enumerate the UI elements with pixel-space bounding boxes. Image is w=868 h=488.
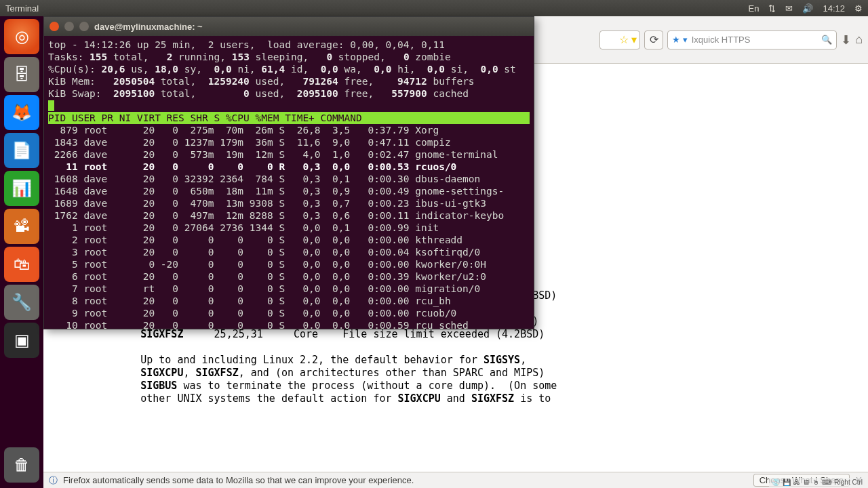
vm-statusbar: 💿💾🖧🖥🖱⌨Right Ctrl: [769, 478, 865, 487]
url-bar[interactable]: ☆ ▾: [599, 30, 640, 49]
window-title: Terminal: [5, 3, 749, 14]
launcher-trash[interactable]: 🗑: [4, 447, 39, 483]
gear-icon[interactable]: ⚙: [854, 3, 863, 14]
terminal-body[interactable]: top - 14:12:26 up 25 min, 2 users, load …: [44, 36, 534, 329]
terminal-title: dave@mylinuxmachine: ~: [94, 22, 203, 32]
launcher-firefox[interactable]: 🦊: [4, 95, 39, 130]
messages-icon[interactable]: ✉: [785, 3, 793, 14]
global-menubar: Terminal En ⇅ ✉ 🔊 14:12 ⚙: [0, 0, 868, 16]
notification-bar: ⓘ Firefox automatically sends some data …: [43, 472, 868, 488]
notification-text: Firefox automatically sends some data to…: [63, 475, 414, 485]
launcher-terminal[interactable]: ▣: [4, 323, 39, 358]
keyboard-indicator[interactable]: En: [749, 3, 760, 14]
clock[interactable]: 14:12: [823, 3, 845, 14]
reload-button[interactable]: ⟳: [644, 30, 663, 49]
launcher-writer[interactable]: 📄: [4, 133, 39, 168]
downloads-icon[interactable]: ⬇: [841, 33, 851, 47]
launcher-software[interactable]: 🛍: [4, 247, 39, 282]
launcher-impress[interactable]: 📽: [4, 209, 39, 244]
terminal-titlebar[interactable]: dave@mylinuxmachine: ~: [44, 17, 534, 36]
maximize-icon[interactable]: [79, 22, 89, 31]
info-icon: ⓘ: [49, 474, 58, 487]
network-icon[interactable]: ⇅: [768, 3, 776, 14]
sound-icon[interactable]: 🔊: [802, 3, 813, 14]
unity-launcher: ◎ 🗄 🦊 📄 📊 📽 🛍 🔧 ▣ 🗑: [0, 16, 43, 488]
launcher-dash[interactable]: ◎: [4, 19, 39, 54]
launcher-files[interactable]: 🗄: [4, 57, 39, 92]
home-icon[interactable]: ⌂: [855, 33, 863, 47]
indicator-area: En ⇅ ✉ 🔊 14:12 ⚙: [749, 3, 863, 14]
terminal-window: dave@mylinuxmachine: ~ top - 14:12:26 up…: [43, 16, 534, 329]
launcher-settings[interactable]: 🔧: [4, 285, 39, 320]
search-bar[interactable]: ★ ▾Ixquick HTTPS🔍: [667, 30, 837, 49]
minimize-icon[interactable]: [64, 22, 74, 31]
launcher-calc[interactable]: 📊: [4, 171, 39, 206]
close-icon[interactable]: [50, 22, 59, 31]
